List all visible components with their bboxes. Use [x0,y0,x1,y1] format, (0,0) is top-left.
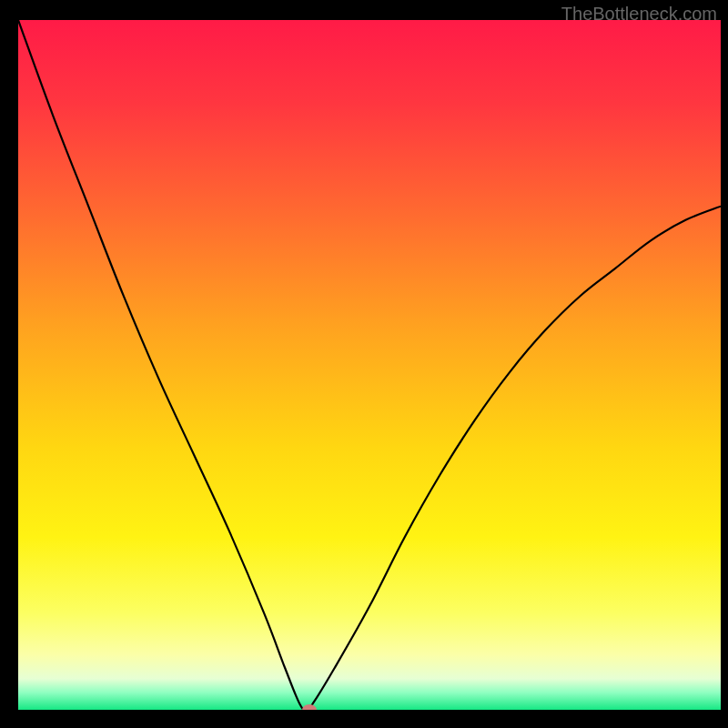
watermark-text: TheBottleneck.com [561,4,717,25]
optimal-point-marker [302,704,317,710]
chart-svg [18,20,721,710]
chart-plot-area [18,20,721,710]
